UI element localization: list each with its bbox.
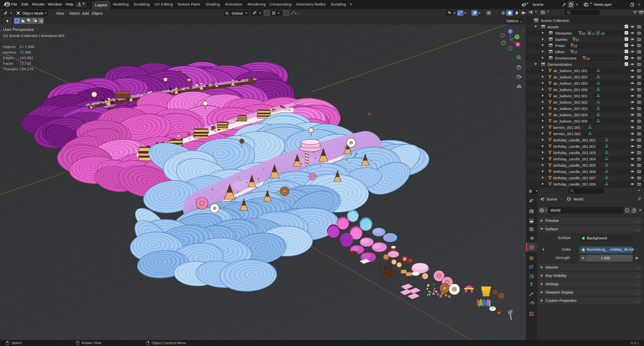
svg-text:Y: Y: [516, 35, 518, 38]
svg-text:X: X: [517, 43, 519, 46]
svg-text:Z: Z: [510, 30, 511, 33]
